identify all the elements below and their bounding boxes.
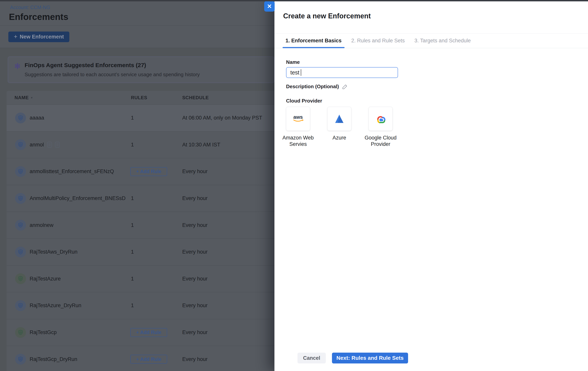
schedule-text: Every hour bbox=[182, 222, 208, 228]
enforcement-name: anmolnew bbox=[30, 222, 53, 228]
plus-icon: + bbox=[14, 33, 17, 40]
description-row: Description (Optional) bbox=[286, 84, 348, 90]
enforcement-name: RajTestGcp_DryRun bbox=[30, 356, 77, 362]
rules-count: 1 bbox=[131, 249, 134, 255]
rules-count: 1 bbox=[131, 142, 134, 148]
schedule-text: Every hour bbox=[182, 276, 208, 282]
rules-count: 1 bbox=[131, 276, 134, 282]
shield-check-icon bbox=[15, 193, 26, 204]
breadcrumb[interactable]: Account: CCM-NG bbox=[10, 5, 50, 10]
next-button[interactable]: Next: Rules and Rule Sets bbox=[332, 353, 408, 363]
schedule-text: Every hour bbox=[182, 330, 208, 335]
schedule-text: Every hour bbox=[182, 302, 208, 309]
column-header-rules: RULES bbox=[131, 95, 147, 100]
svg-text:aws: aws bbox=[293, 114, 303, 120]
shield-check-icon bbox=[15, 139, 26, 150]
enforcement-basics-form: Name Description (Optional) Cloud Provid… bbox=[286, 0, 577, 371]
provider-label: Amazon Web Servies bbox=[276, 135, 320, 147]
suggestions-title: FinOps Agent Suggested Enforcements (27) bbox=[25, 62, 146, 69]
provider-gcp[interactable]: Google Cloud Provider bbox=[368, 107, 393, 147]
pencil-icon[interactable] bbox=[342, 84, 348, 90]
enforcement-name: anmollisttest_Enforcement_sFENzQ bbox=[30, 169, 114, 174]
cloud-provider-options: aws Amazon Web Servies bbox=[286, 107, 393, 147]
provider-label: Azure bbox=[317, 135, 362, 141]
shield-check-icon bbox=[15, 327, 26, 338]
cancel-button[interactable]: Cancel bbox=[297, 353, 326, 363]
schedule-text: At 06:00 AM, only on Monday PST bbox=[182, 115, 262, 121]
schedule-text: Every hour bbox=[182, 169, 208, 174]
new-enforcement-button[interactable]: + New Enforcement bbox=[8, 31, 69, 42]
column-header-schedule: SCHEDULE bbox=[182, 95, 209, 100]
add-rule-button[interactable]: + Add Rule bbox=[130, 328, 167, 337]
column-header-name[interactable]: NAME ▾ bbox=[14, 95, 32, 100]
enforcement-name: AnmolMultiPolicy_Enforcement_BNESsD bbox=[30, 195, 126, 201]
page-title: Enforcements bbox=[9, 12, 68, 22]
provider-aws[interactable]: aws Amazon Web Servies bbox=[286, 107, 310, 147]
enforcement-name: RajTestAzure bbox=[30, 276, 61, 282]
sort-desc-icon: ▾ bbox=[31, 96, 32, 100]
enforcement-name: RajTestGcp bbox=[30, 330, 57, 335]
rules-count: 1 bbox=[131, 302, 134, 309]
shield-check-icon bbox=[15, 113, 26, 123]
enforcement-name: RajTestAws_DryRun bbox=[30, 249, 77, 255]
sparkle-flower-icon: ✻ bbox=[14, 62, 21, 70]
shield-check-icon bbox=[15, 166, 26, 177]
screen: Account: CCM-NG Enforcements + New Enfor… bbox=[0, 0, 588, 371]
row-extra-icons bbox=[47, 141, 60, 148]
enforcement-name: RajTestAzure_DryRun bbox=[30, 302, 81, 309]
suggestions-subtitle: Suggestions are tailored to each account… bbox=[25, 71, 200, 78]
schedule-text: At 10:30 AM IST bbox=[182, 142, 220, 148]
text-caret bbox=[301, 69, 301, 76]
description-label: Description (Optional) bbox=[286, 84, 339, 90]
top-window-strip bbox=[0, 0, 588, 1]
aws-card[interactable]: aws bbox=[286, 107, 310, 131]
add-rule-button[interactable]: + Add Rule bbox=[130, 167, 167, 176]
schedule-text: Every hour bbox=[182, 249, 208, 255]
google-cloud-logo bbox=[374, 113, 387, 124]
azure-logo bbox=[334, 114, 345, 124]
name-field-wrapper bbox=[286, 67, 398, 78]
rules-count: 1 bbox=[131, 195, 134, 201]
document-icon bbox=[47, 141, 52, 148]
shield-check-icon bbox=[15, 247, 26, 258]
add-rule-button[interactable]: + Add Rule bbox=[130, 355, 167, 364]
schedule-text: Every hour bbox=[182, 356, 208, 362]
aws-logo: aws bbox=[292, 114, 304, 123]
name-label: Name bbox=[286, 59, 300, 65]
shield-check-icon bbox=[15, 220, 26, 231]
name-input[interactable] bbox=[286, 67, 398, 78]
shield-check-icon bbox=[15, 354, 26, 365]
rules-count: 1 bbox=[131, 115, 134, 121]
provider-label: Google Cloud Provider bbox=[358, 135, 403, 147]
schedule-text: Every hour bbox=[182, 195, 208, 201]
document-icon bbox=[55, 141, 60, 148]
gcp-card[interactable] bbox=[368, 107, 393, 131]
new-enforcement-label: New Enforcement bbox=[20, 34, 64, 40]
shield-check-icon bbox=[15, 273, 26, 284]
rules-count: 1 bbox=[131, 222, 134, 228]
enforcement-name: anmol bbox=[30, 142, 44, 148]
close-icon[interactable]: ✕ bbox=[264, 1, 275, 12]
create-enforcement-drawer: Create a new Enforcement 1. Enforcement … bbox=[274, 0, 588, 371]
enforcement-name: aaaaa bbox=[30, 115, 44, 121]
azure-card[interactable] bbox=[327, 107, 351, 131]
drawer-footer: Cancel Next: Rules and Rule Sets bbox=[297, 353, 408, 363]
cloud-provider-label: Cloud Provider bbox=[286, 98, 322, 104]
shield-check-icon bbox=[15, 300, 26, 311]
finops-suggestions-panel: ✻ FinOps Agent Suggested Enforcements (2… bbox=[8, 57, 274, 83]
provider-azure[interactable]: Azure bbox=[327, 107, 351, 147]
